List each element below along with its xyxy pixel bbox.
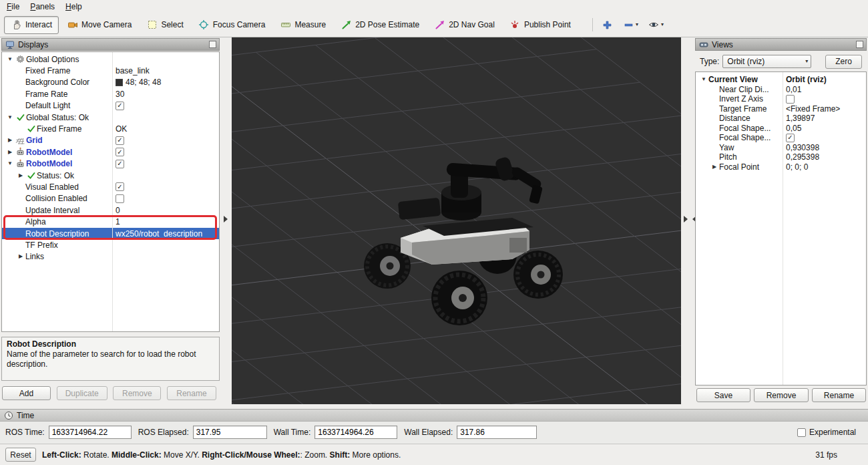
tree-row-current-view[interactable]: ▼Current ViewOrbit (rviz) [696,75,866,85]
tree-row-fixed-frame[interactable]: Fixed FrameOK [2,123,219,134]
reset-button[interactable]: Reset [5,448,36,462]
3d-viewport[interactable] [232,37,681,404]
tree-row-yaw[interactable]: Yaw0,930398 [696,143,866,153]
tool-2d-nav-goal[interactable]: 2D Nav Goal [427,16,501,34]
menu-file[interactable]: File [1,1,25,13]
tree-row-links[interactable]: ▶Links [2,251,219,263]
help-segment: Middle-Click: [112,450,162,460]
color-swatch[interactable] [116,79,123,86]
checkbox-unchecked[interactable] [786,95,795,104]
tree-row-visual-enabled[interactable]: Visual Enabled✓ [2,181,219,192]
row-value: 48; 48; 48 [126,78,161,87]
tool-publish-point[interactable]: Publish Point [503,16,578,34]
type-label: Type: [700,57,719,66]
expand-arrow-icon[interactable]: ▶ [5,138,15,143]
collapse-arrow-icon[interactable]: ▼ [5,115,15,120]
panel-title: Views [712,40,733,49]
tree-row-invert-z-axis[interactable]: Invert Z Axis [696,94,866,104]
tool-2d-pose-estimate[interactable]: 2D Pose Estimate [334,16,426,34]
checkbox-checked[interactable]: ✓ [116,102,124,110]
checkbox-checked[interactable]: ✓ [116,136,124,145]
fps-counter: 31 fps [815,450,837,460]
checkbox-checked[interactable]: ✓ [116,148,124,156]
collapse-arrow-icon[interactable]: ▼ [699,77,708,82]
tree-row-target-frame[interactable]: Target Frame<Fixed Frame> [696,104,866,114]
expand-arrow-icon[interactable]: ▶ [16,254,25,259]
tree-row-robotmodel[interactable]: ▼RobotModel✓ [2,158,219,170]
rviz-window: { "menubar": { "items": [ {"label": "Fil… [0,0,868,465]
tree-row-focal-shape[interactable]: Focal Shape...✓ [696,133,866,143]
remove-button[interactable]: Remove [113,386,161,400]
rename-button[interactable]: Rename [812,388,866,402]
row-value: 1,39897 [786,114,815,123]
tree-row-near-clip-di[interactable]: Near Clip Di...0,01 [696,85,866,95]
row-label: Links [25,252,44,261]
checkbox-unchecked[interactable] [116,194,124,203]
panel-float-button[interactable] [856,41,863,48]
ros-elapsed-input[interactable] [193,426,267,439]
tool-remove-tool-icon[interactable]: ▾ [621,17,640,32]
displays-tree: ▼Global OptionsFixed Framebase_linkBackg… [1,51,220,332]
3d-scene[interactable] [232,37,681,404]
tree-row-robot-description[interactable]: Robot Descriptionwx250/robot_description [2,228,219,239]
views-panel-header[interactable]: Views [695,38,867,51]
checkbox-checked[interactable]: ✓ [116,160,124,168]
checkbox-checked[interactable]: ✓ [116,182,124,191]
expand-arrow-icon[interactable]: ▶ [5,150,15,155]
tree-row-frame-rate[interactable]: Frame Rate30 [2,88,219,100]
remove-button[interactable]: Remove [754,388,809,402]
add-button[interactable]: Add [2,386,51,400]
tool-label: Interact [25,20,52,29]
tool-move-camera[interactable]: Move Camera [60,16,138,34]
wall-time-input[interactable] [314,426,397,439]
publish-point-icon [509,19,521,30]
tree-row-focal-point[interactable]: ▶Focal Point0; 0; 0 [696,162,866,172]
duplicate-button[interactable]: Duplicate [57,386,107,400]
tree-row-pitch[interactable]: Pitch0,295398 [696,152,866,162]
tree-row-focal-shape[interactable]: Focal Shape...0,05 [696,124,866,134]
tree-row-update-interval[interactable]: Update Interval0 [2,204,219,216]
tree-row-default-light[interactable]: Default Light✓ [2,100,219,112]
menu-help[interactable]: Help [60,1,87,13]
zero-button[interactable]: Zero [825,55,862,69]
views-icon [699,40,708,49]
displays-panel: Displays ▼Global OptionsFixed Framebase_… [1,38,220,409]
menu-panels[interactable]: Panels [25,1,60,13]
panel-float-button[interactable] [209,41,216,48]
tree-row-grid[interactable]: ▶Grid✓ [2,135,219,146]
rename-button[interactable]: Rename [167,386,216,400]
checkbox-checked[interactable]: ✓ [786,134,795,142]
collapse-arrow-icon[interactable]: ▼ [5,57,15,62]
collapse-arrow-icon[interactable]: ▼ [5,161,15,166]
tree-row-robotmodel[interactable]: ▶RobotModel✓ [2,146,219,158]
tree-row-collision-enabled[interactable]: Collision Enabled [2,193,219,204]
tool-interact[interactable]: Interact [4,16,59,34]
tree-row-alpha[interactable]: Alpha1 [2,216,219,227]
splitter-arrow-left[interactable] [224,216,228,222]
row-label: Default Light [25,101,70,110]
tree-row-global-status-ok[interactable]: ▼Global Status: Ok [2,112,219,123]
tool-measure[interactable]: Measure [273,16,333,34]
save-button[interactable]: Save [696,388,750,402]
tree-row-fixed-frame[interactable]: Fixed Framebase_link [2,65,219,76]
wall-elapsed-input[interactable] [457,426,537,439]
tree-row-global-options[interactable]: ▼Global Options [2,53,219,65]
tool-tool-visibility-icon[interactable]: ▾ [646,17,666,32]
tree-row-status-ok[interactable]: ▶Status: Ok [2,170,219,181]
time-fields: ROS Time:ROS Elapsed:Wall Time:Wall Elap… [0,422,868,443]
experimental-checkbox[interactable] [797,428,806,437]
tool-select[interactable]: Select [140,16,190,34]
time-panel-header[interactable]: Time [0,409,868,422]
expand-arrow-icon[interactable]: ▶ [710,164,719,170]
tree-row-background-color[interactable]: Background Color48; 48; 48 [2,77,219,88]
splitter-arrow-right[interactable] [684,216,688,222]
toolbar: InteractMove CameraSelectFocus CameraMea… [0,13,868,37]
view-type-combo[interactable]: Orbit (rviz) ▾ [722,55,811,68]
tool-add-tool-icon[interactable] [600,17,615,32]
tree-row-tf-prefix[interactable]: TF Prefix [2,239,219,251]
tool-focus-camera[interactable]: Focus Camera [192,16,272,34]
displays-panel-header[interactable]: Displays [1,38,220,51]
ros-time-input[interactable] [49,426,132,439]
expand-arrow-icon[interactable]: ▶ [16,173,25,178]
tree-row-distance[interactable]: Distance1,39897 [696,114,866,124]
